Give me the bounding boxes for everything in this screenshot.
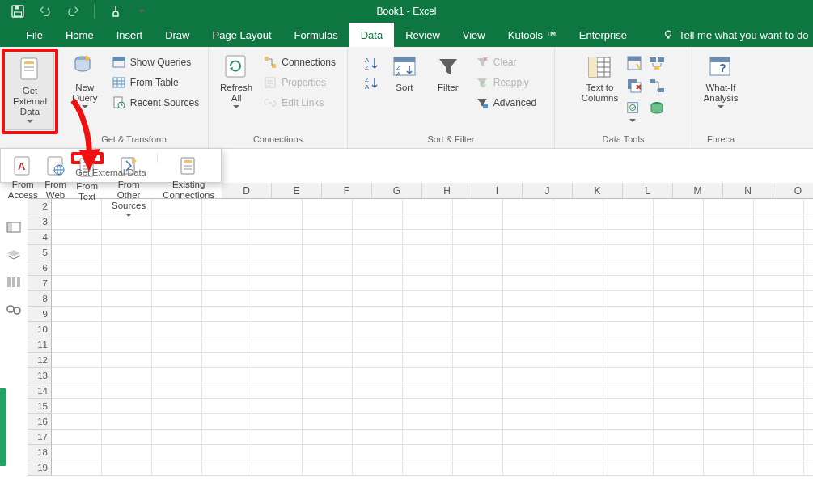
cell[interactable]: [503, 322, 553, 337]
row-header[interactable]: 4: [28, 230, 52, 245]
cell[interactable]: [303, 414, 353, 430]
cell[interactable]: [353, 353, 403, 368]
cell[interactable]: [252, 214, 303, 230]
cell[interactable]: [303, 245, 353, 260]
cell[interactable]: [603, 322, 654, 337]
cell[interactable]: [303, 337, 353, 353]
row-header[interactable]: 17: [28, 430, 52, 445]
cell[interactable]: [353, 399, 403, 414]
cell[interactable]: [453, 291, 503, 307]
cell[interactable]: [453, 260, 503, 276]
cell[interactable]: [603, 260, 654, 276]
cell[interactable]: [353, 322, 403, 337]
row-header[interactable]: 6: [28, 260, 52, 276]
cell[interactable]: [202, 245, 252, 260]
spreadsheet-grid[interactable]: DEFGHIJKLMNO 234567891011121314151617181…: [28, 183, 813, 504]
cell[interactable]: [102, 399, 152, 414]
what-if-analysis-button[interactable]: ? What-If Analysis: [701, 50, 742, 109]
column-header[interactable]: E: [272, 183, 322, 199]
cell[interactable]: [654, 445, 704, 460]
cell[interactable]: [754, 353, 804, 368]
cell[interactable]: [603, 245, 654, 260]
cell[interactable]: [353, 199, 403, 214]
cell[interactable]: [403, 445, 453, 460]
cell[interactable]: [754, 291, 804, 307]
cell[interactable]: [654, 199, 704, 214]
cell[interactable]: [52, 353, 102, 368]
cell[interactable]: [52, 214, 102, 230]
cell[interactable]: [52, 399, 102, 414]
cell[interactable]: [52, 430, 102, 445]
column-header[interactable]: I: [472, 183, 523, 199]
cell[interactable]: [353, 214, 403, 230]
cell[interactable]: [654, 337, 704, 353]
row-header[interactable]: 15: [28, 399, 52, 414]
cell[interactable]: [252, 291, 303, 307]
column-header[interactable]: M: [673, 183, 723, 199]
cell[interactable]: [603, 399, 654, 414]
layers-icon[interactable]: [6, 248, 21, 261]
cell[interactable]: [704, 399, 754, 414]
cell[interactable]: [353, 460, 403, 476]
cell[interactable]: [553, 322, 603, 337]
cell[interactable]: [704, 445, 754, 460]
cell[interactable]: [704, 368, 754, 383]
cell[interactable]: [804, 276, 813, 291]
cell[interactable]: [704, 214, 754, 230]
sort-button[interactable]: ZA Sort: [385, 50, 424, 93]
cell[interactable]: [553, 245, 603, 260]
cell[interactable]: [152, 199, 202, 214]
cell[interactable]: [804, 430, 813, 445]
cell[interactable]: [603, 307, 654, 322]
cell[interactable]: [804, 230, 813, 245]
cell[interactable]: [152, 291, 202, 307]
cell[interactable]: [52, 337, 102, 353]
show-queries-button[interactable]: Show Queries: [109, 53, 202, 71]
cell[interactable]: [403, 414, 453, 430]
cell[interactable]: [754, 460, 804, 476]
cell[interactable]: [303, 430, 353, 445]
undo-icon[interactable]: [39, 5, 52, 18]
cell[interactable]: [202, 445, 252, 460]
manage-data-model-icon[interactable]: [649, 100, 668, 120]
row-header[interactable]: 11: [28, 337, 52, 353]
cell[interactable]: [403, 245, 453, 260]
cell[interactable]: [503, 276, 553, 291]
cell[interactable]: [252, 368, 303, 383]
cell[interactable]: [152, 383, 202, 399]
cell[interactable]: [654, 399, 704, 414]
cell[interactable]: [202, 214, 252, 230]
cell[interactable]: [52, 414, 102, 430]
cell[interactable]: [102, 307, 152, 322]
cell[interactable]: [804, 414, 813, 430]
cell[interactable]: [453, 199, 503, 214]
cell[interactable]: [453, 307, 503, 322]
cell[interactable]: [453, 230, 503, 245]
column-header[interactable]: D: [222, 183, 272, 199]
cell[interactable]: [603, 337, 654, 353]
cell[interactable]: [152, 230, 202, 245]
cell[interactable]: [503, 368, 553, 383]
cell[interactable]: [52, 245, 102, 260]
cell[interactable]: [553, 445, 603, 460]
cell[interactable]: [553, 430, 603, 445]
cell[interactable]: [52, 383, 102, 399]
cell[interactable]: [804, 199, 813, 214]
cell[interactable]: [804, 307, 813, 322]
relationships-icon[interactable]: [649, 78, 668, 97]
cell[interactable]: [252, 230, 303, 245]
cell[interactable]: [503, 430, 553, 445]
cell[interactable]: [303, 368, 353, 383]
cell[interactable]: [52, 445, 102, 460]
cell[interactable]: [503, 307, 553, 322]
cell[interactable]: [102, 230, 152, 245]
cell[interactable]: [603, 291, 654, 307]
cell[interactable]: [553, 383, 603, 399]
from-table-button[interactable]: From Table: [109, 74, 202, 91]
cell[interactable]: [453, 430, 503, 445]
cell[interactable]: [453, 368, 503, 383]
tab-insert[interactable]: Insert: [105, 23, 155, 47]
cell[interactable]: [252, 353, 303, 368]
cell[interactable]: [754, 245, 804, 260]
column-header[interactable]: K: [573, 183, 623, 199]
